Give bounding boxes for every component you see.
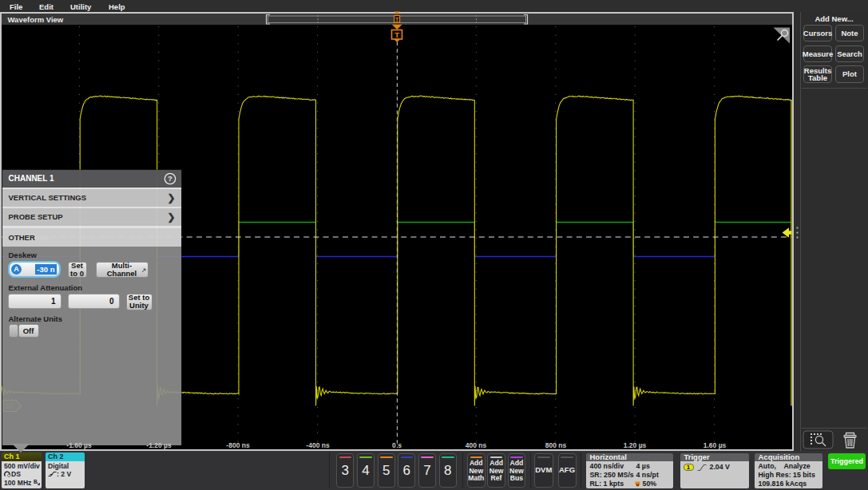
- svg-text:?: ?: [168, 174, 172, 183]
- svg-text:B: B: [34, 479, 38, 484]
- svg-text:u: u: [636, 481, 638, 486]
